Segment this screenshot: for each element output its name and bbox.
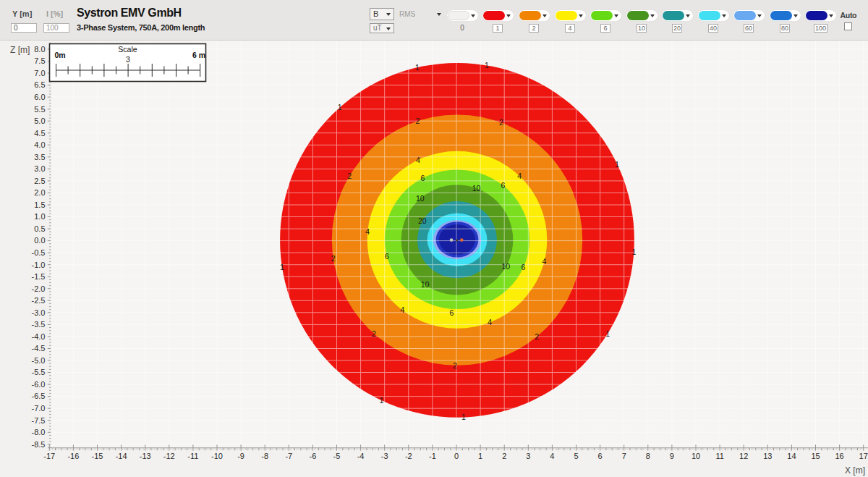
svg-text:8.0: 8.0 xyxy=(34,45,45,54)
svg-text:8: 8 xyxy=(646,452,650,460)
svg-text:2: 2 xyxy=(502,452,506,460)
svg-text:-2.0: -2.0 xyxy=(32,284,46,293)
svg-text:10: 10 xyxy=(501,262,510,271)
svg-text:-1.5: -1.5 xyxy=(32,272,46,281)
svg-text:5.0: 5.0 xyxy=(34,117,45,125)
svg-text:-8: -8 xyxy=(261,452,268,460)
svg-text:-11: -11 xyxy=(187,452,198,460)
svg-text:2.5: 2.5 xyxy=(34,177,45,185)
svg-text:6: 6 xyxy=(501,181,505,190)
svg-text:1.0: 1.0 xyxy=(34,212,45,221)
svg-text:-5.5: -5.5 xyxy=(32,368,46,376)
svg-text:4.5: 4.5 xyxy=(34,129,45,138)
svg-text:1: 1 xyxy=(485,61,489,69)
svg-text:-7.5: -7.5 xyxy=(32,416,46,425)
svg-text:9: 9 xyxy=(670,452,674,460)
svg-text:2: 2 xyxy=(347,172,352,180)
svg-text:6.5: 6.5 xyxy=(34,80,45,89)
svg-text:2: 2 xyxy=(535,332,539,341)
svg-text:1: 1 xyxy=(379,396,383,405)
svg-text:-9: -9 xyxy=(237,452,244,460)
svg-text:Scale: Scale xyxy=(118,45,137,54)
svg-text:3.5: 3.5 xyxy=(34,153,45,161)
svg-text:6: 6 xyxy=(420,174,425,182)
svg-text:10: 10 xyxy=(472,184,481,193)
svg-text:2: 2 xyxy=(453,361,457,370)
svg-text:12: 12 xyxy=(739,452,748,460)
svg-text:1: 1 xyxy=(631,248,636,256)
svg-text:6: 6 xyxy=(598,452,603,460)
svg-text:4: 4 xyxy=(488,318,492,326)
svg-text:0m: 0m xyxy=(55,51,66,59)
svg-text:6: 6 xyxy=(449,308,454,317)
svg-text:-5.0: -5.0 xyxy=(32,356,46,365)
svg-text:Z [m]: Z [m] xyxy=(10,45,30,55)
svg-text:-8.0: -8.0 xyxy=(32,428,46,436)
svg-text:-13: -13 xyxy=(140,452,151,460)
svg-text:1: 1 xyxy=(461,413,466,421)
svg-text:1: 1 xyxy=(605,329,610,338)
svg-text:4.0: 4.0 xyxy=(34,140,45,149)
svg-text:1: 1 xyxy=(415,63,420,72)
svg-text:2: 2 xyxy=(499,118,503,127)
svg-text:3.0: 3.0 xyxy=(34,164,45,173)
svg-text:-16: -16 xyxy=(67,452,79,460)
svg-text:2: 2 xyxy=(372,329,376,338)
svg-text:-2: -2 xyxy=(405,452,412,460)
svg-text:20: 20 xyxy=(418,216,427,225)
svg-text:-3.5: -3.5 xyxy=(32,320,46,329)
svg-text:5.5: 5.5 xyxy=(34,105,45,114)
svg-text:2: 2 xyxy=(331,254,336,263)
svg-text:1: 1 xyxy=(338,103,342,111)
svg-text:4: 4 xyxy=(542,257,547,266)
svg-text:7.5: 7.5 xyxy=(34,56,45,65)
svg-text:6.0: 6.0 xyxy=(34,93,45,101)
svg-text:0.5: 0.5 xyxy=(34,224,45,233)
svg-text:17: 17 xyxy=(859,452,868,460)
svg-text:4: 4 xyxy=(550,452,554,460)
svg-text:-1: -1 xyxy=(429,452,436,460)
svg-text:4: 4 xyxy=(416,156,420,164)
svg-text:10: 10 xyxy=(421,280,430,289)
svg-text:4: 4 xyxy=(517,172,522,180)
svg-text:-2.5: -2.5 xyxy=(32,296,46,305)
svg-text:X [m]: X [m] xyxy=(845,465,865,476)
svg-text:-3.0: -3.0 xyxy=(32,308,46,317)
svg-text:-17: -17 xyxy=(43,452,55,460)
svg-text:-10: -10 xyxy=(211,452,223,460)
svg-text:-0.5: -0.5 xyxy=(32,248,46,257)
svg-text:5: 5 xyxy=(574,452,578,460)
svg-text:6: 6 xyxy=(385,252,389,261)
svg-text:-4: -4 xyxy=(357,452,365,460)
svg-text:-1.0: -1.0 xyxy=(32,261,46,269)
svg-text:6: 6 xyxy=(522,263,526,271)
svg-text:-6.0: -6.0 xyxy=(32,380,46,389)
svg-text:-6: -6 xyxy=(310,452,317,460)
svg-text:-14: -14 xyxy=(116,452,127,460)
svg-text:10: 10 xyxy=(416,194,425,203)
svg-text:16: 16 xyxy=(835,452,843,460)
svg-text:7.0: 7.0 xyxy=(34,69,45,77)
svg-text:2.0: 2.0 xyxy=(34,188,45,197)
svg-text:-7: -7 xyxy=(285,452,292,460)
svg-text:7: 7 xyxy=(622,452,626,460)
svg-text:-5: -5 xyxy=(333,452,341,460)
svg-text:-8.5: -8.5 xyxy=(32,440,46,449)
svg-text:-4.5: -4.5 xyxy=(32,344,46,353)
svg-text:14: 14 xyxy=(787,452,796,460)
svg-text:10: 10 xyxy=(692,452,700,460)
svg-text:13: 13 xyxy=(763,452,772,460)
svg-text:4: 4 xyxy=(365,227,370,236)
svg-text:1.5: 1.5 xyxy=(34,200,45,209)
svg-text:2: 2 xyxy=(415,117,420,125)
svg-text:11: 11 xyxy=(715,452,723,460)
svg-text:0.0: 0.0 xyxy=(34,236,45,245)
svg-text:-15: -15 xyxy=(92,452,103,460)
svg-text:1: 1 xyxy=(280,263,284,271)
svg-text:-6.5: -6.5 xyxy=(32,392,46,400)
svg-text:4: 4 xyxy=(401,305,405,314)
svg-text:1: 1 xyxy=(478,452,482,460)
svg-text:15: 15 xyxy=(811,452,820,460)
svg-text:-4.0: -4.0 xyxy=(32,332,46,341)
svg-text:-12: -12 xyxy=(163,452,175,460)
